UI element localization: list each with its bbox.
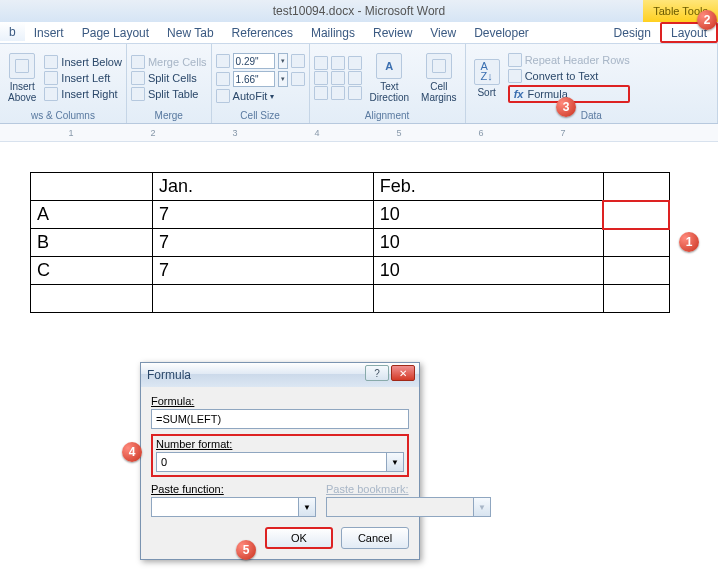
tab-references[interactable]: References: [223, 22, 302, 43]
word-table[interactable]: Jan. Feb. A 7 10 B 7 10 C 7 10: [30, 172, 670, 313]
paste-function-input[interactable]: [151, 497, 298, 517]
stepper-icon[interactable]: ▾: [278, 71, 288, 87]
table-cell[interactable]: [31, 285, 153, 313]
insert-above-button[interactable]: Insert Above: [4, 46, 40, 110]
group-label: Merge: [131, 110, 207, 123]
table-cell[interactable]: [373, 285, 603, 313]
split-table-button[interactable]: Split Table: [131, 87, 207, 101]
table-row: A 7 10: [31, 201, 670, 229]
tab-page-layout[interactable]: Page Layout: [73, 22, 158, 43]
table-cell[interactable]: Jan.: [153, 173, 374, 201]
paste-function-label: Paste function:: [151, 483, 316, 495]
dialog-titlebar[interactable]: Formula ? ✕: [141, 363, 419, 387]
tab-new-tab[interactable]: New Tab: [158, 22, 222, 43]
insert-left-icon: [44, 71, 58, 85]
number-format-combo[interactable]: ▼: [156, 452, 404, 472]
callout-marker-5: 5: [236, 540, 256, 560]
align-mc-icon[interactable]: [331, 71, 345, 85]
repeat-header-rows-button[interactable]: Repeat Header Rows: [508, 53, 630, 67]
insert-right-button[interactable]: Insert Right: [44, 87, 122, 101]
split-cells-button[interactable]: Split Cells: [131, 71, 207, 85]
number-format-label: Number format:: [156, 438, 404, 450]
cancel-button[interactable]: Cancel: [341, 527, 409, 549]
table-cell[interactable]: [603, 257, 669, 285]
align-tc-icon[interactable]: [331, 56, 345, 70]
table-cell[interactable]: 10: [373, 201, 603, 229]
callout-marker-3: 3: [556, 97, 576, 117]
align-ml-icon[interactable]: [314, 71, 328, 85]
horizontal-ruler[interactable]: 1234567: [0, 124, 718, 142]
align-br-icon[interactable]: [348, 86, 362, 100]
document-area[interactable]: Jan. Feb. A 7 10 B 7 10 C 7 10: [0, 142, 718, 313]
tab-design[interactable]: Design: [605, 22, 660, 43]
autofit-button[interactable]: AutoFit▾: [216, 89, 305, 103]
help-button[interactable]: ?: [365, 365, 389, 381]
table-cell[interactable]: C: [31, 257, 153, 285]
group-data: AZ↓ Sort Repeat Header Rows Convert to T…: [466, 44, 718, 123]
align-mr-icon[interactable]: [348, 71, 362, 85]
callout-marker-4: 4: [122, 442, 142, 462]
table-cell[interactable]: [603, 285, 669, 313]
table-cell[interactable]: [153, 285, 374, 313]
dist-cols-icon[interactable]: [291, 72, 305, 86]
cell-margins-button[interactable]: Cell Margins: [417, 46, 461, 110]
table-cell[interactable]: [31, 173, 153, 201]
tab-view[interactable]: View: [421, 22, 465, 43]
table-cell[interactable]: B: [31, 229, 153, 257]
dropdown-icon[interactable]: ▼: [298, 497, 316, 517]
fx-icon: fx: [514, 88, 524, 100]
group-alignment: A Text Direction Cell Margins Alignment: [310, 44, 466, 123]
tab-insert[interactable]: Insert: [25, 22, 73, 43]
tab-review[interactable]: Review: [364, 22, 421, 43]
dropdown-icon[interactable]: ▼: [386, 452, 404, 472]
tab-developer[interactable]: Developer: [465, 22, 538, 43]
table-cell[interactable]: 10: [373, 257, 603, 285]
close-button[interactable]: ✕: [391, 365, 415, 381]
ok-button[interactable]: OK: [265, 527, 333, 549]
sort-button[interactable]: AZ↓ Sort: [470, 46, 504, 110]
table-cell[interactable]: 7: [153, 201, 374, 229]
active-cell[interactable]: [603, 201, 669, 229]
formula-input[interactable]: [151, 409, 409, 429]
tab-mailings[interactable]: Mailings: [302, 22, 364, 43]
dist-rows-icon[interactable]: [291, 54, 305, 68]
help-icon: ?: [374, 368, 380, 379]
insert-below-icon: [44, 55, 58, 69]
convert-to-text-button[interactable]: Convert to Text: [508, 69, 630, 83]
tab-b[interactable]: b: [0, 22, 25, 43]
group-label: Alignment: [314, 110, 461, 123]
table-cell[interactable]: Feb.: [373, 173, 603, 201]
repeat-header-icon: [508, 53, 522, 67]
align-bc-icon[interactable]: [331, 86, 345, 100]
number-format-input[interactable]: [156, 452, 386, 472]
col-width-field[interactable]: 1.66"▾: [216, 71, 305, 87]
text-direction-icon: A: [385, 60, 393, 72]
stepper-icon[interactable]: ▾: [278, 53, 288, 69]
table-cell[interactable]: A: [31, 201, 153, 229]
insert-above-icon: [15, 59, 29, 73]
group-label: Data: [470, 110, 713, 123]
title-bar: test10094.docx - Microsoft Word Table To…: [0, 0, 718, 22]
merge-cells-button[interactable]: Merge Cells: [131, 55, 207, 69]
table-cell[interactable]: [603, 229, 669, 257]
insert-below-button[interactable]: Insert Below: [44, 55, 122, 69]
insert-left-button[interactable]: Insert Left: [44, 71, 122, 85]
cell-margins-icon: [432, 59, 446, 73]
table-cell[interactable]: 7: [153, 257, 374, 285]
paste-function-combo[interactable]: ▼: [151, 497, 316, 517]
group-label: Cell Size: [216, 110, 305, 123]
insert-right-icon: [44, 87, 58, 101]
paste-bookmark-input: [326, 497, 473, 517]
width-icon: [216, 72, 230, 86]
split-table-icon: [131, 87, 145, 101]
align-bl-icon[interactable]: [314, 86, 328, 100]
align-tl-icon[interactable]: [314, 56, 328, 70]
table-cell[interactable]: 10: [373, 229, 603, 257]
text-direction-button[interactable]: A Text Direction: [366, 46, 413, 110]
row-height-field[interactable]: 0.29"▾: [216, 53, 305, 69]
callout-marker-2: 2: [697, 10, 717, 30]
table-cell[interactable]: 7: [153, 229, 374, 257]
table-cell[interactable]: [603, 173, 669, 201]
dialog-title: Formula: [147, 368, 191, 382]
align-tr-icon[interactable]: [348, 56, 362, 70]
